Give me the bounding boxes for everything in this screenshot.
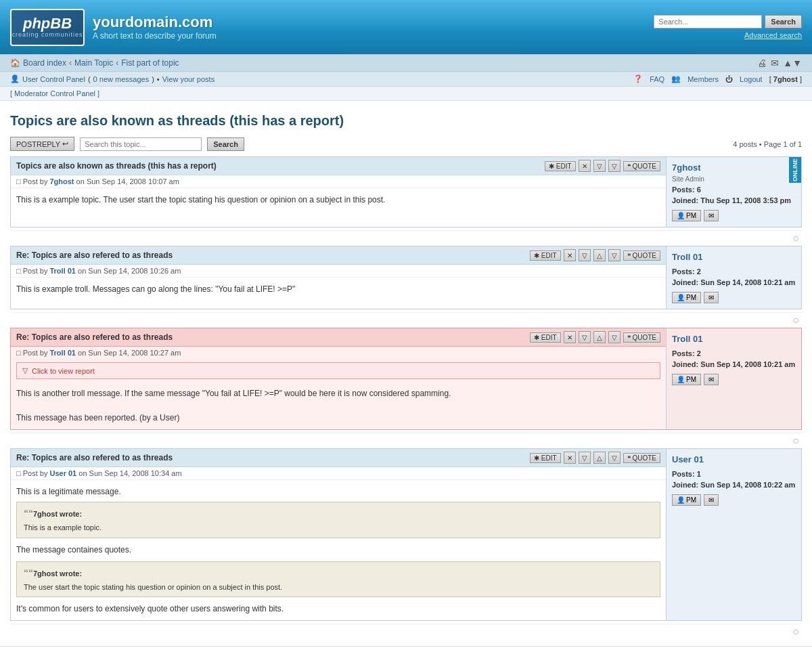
post-4-title: Re: Topics are also refered to as thread… (16, 453, 173, 462)
post-3-flag2-icon[interactable]: ▽ (608, 331, 621, 343)
post-4-quote-btn[interactable]: ❝ QUOTE (623, 453, 660, 463)
post-reply-button-top[interactable]: POSTREPLY ↩ (10, 137, 74, 151)
breadcrumb-main-topic[interactable]: Main Topic (74, 58, 113, 68)
post-1-author-col: ONLINE 7ghost Site Admin Posts: 6 Joined… (666, 157, 801, 227)
breadcrumb: 🏠 Board index ‹ Main Topic ‹ Fist part o… (10, 58, 179, 68)
post-2-quote-btn[interactable]: ❝ QUOTE (623, 251, 660, 261)
post-2-actions: ✱ EDIT ✕ ▽ △ ▽ ❝ QUOTE (530, 249, 660, 261)
action-bar-left: POSTREPLY ↩ Search (10, 137, 244, 151)
scroll-to-top-4[interactable]: ○ (10, 624, 802, 639)
post-4-author-name: User 01 (672, 454, 796, 464)
post-1-title: Topics are also known as threads (this h… (16, 161, 217, 171)
post-4-author-link[interactable]: User 01 (49, 469, 76, 477)
post-2-flag2-icon[interactable]: ▽ (608, 249, 621, 261)
search-topic-button[interactable]: Search (207, 137, 244, 151)
post-4-body: This is a legitimate message. 7ghost wro… (11, 480, 666, 620)
bottom-action-bar: Display posts from previous: All posts S… (0, 646, 812, 650)
post-1-email-btn[interactable]: ✉ (704, 210, 719, 221)
post-2-flag-icon[interactable]: △ (593, 249, 606, 261)
text-size-icon[interactable]: ▲▼ (783, 58, 802, 68)
post-2-down-icon[interactable]: ▽ (579, 249, 591, 261)
user-icon: 👤 (677, 376, 685, 383)
post-1-actions: ✱ EDIT ✕ ▽ ▽ ❝ QUOTE (545, 160, 660, 172)
post-2-email-btn[interactable]: ✉ (704, 292, 719, 303)
email-icon[interactable]: ✉ (771, 58, 779, 68)
post-4-delete-icon[interactable]: ✕ (564, 452, 576, 464)
post-4-down-icon[interactable]: ▽ (579, 452, 591, 464)
post-3-actions: ✱ EDIT ✕ ▽ △ ▽ ❝ QUOTE (530, 331, 660, 343)
breadcrumb-board-index[interactable]: Board index (23, 58, 66, 68)
post-4-pm-btn[interactable]: 👤 PM (672, 494, 701, 506)
post-1-author-role: Site Admin (672, 175, 796, 183)
post-2-author-name: Troll 01 (672, 252, 796, 262)
post-1-flag-icon[interactable]: ▽ (608, 160, 621, 172)
post-4-email-btn[interactable]: ✉ (704, 494, 719, 506)
post-3-author-link[interactable]: Troll 01 (49, 349, 76, 357)
quote-1-text: This is a example topic. (24, 522, 653, 534)
post-1-author-name: 7ghost (672, 162, 796, 173)
post-3-down-icon[interactable]: ▽ (579, 331, 591, 343)
logout-link[interactable]: Logout (740, 75, 763, 83)
members-link[interactable]: Members (687, 75, 719, 83)
header-search-button[interactable]: Search (765, 15, 802, 28)
post-4-author-col: User 01 Posts: 1 Joined: Sun Sep 14, 200… (666, 449, 801, 620)
user-icon: 👤 (677, 496, 685, 504)
username-display: [ 7ghost ] (769, 75, 802, 83)
site-title-area: yourdomain.com A short text to describe … (93, 14, 217, 41)
faq-icon: ❓ (633, 74, 643, 83)
post-1: Topics are also known as threads (this h… (10, 156, 802, 228)
post-3-edit-btn[interactable]: ✱ EDIT (530, 332, 561, 343)
post-3-title: Re: Topics are also refered to as thread… (16, 332, 173, 342)
view-posts-link[interactable]: View your posts (162, 75, 215, 83)
online-badge: ONLINE (789, 157, 801, 183)
post-4-flag-icon[interactable]: △ (593, 452, 606, 464)
user-control-icon: 👤 (10, 74, 20, 83)
print-icon[interactable]: 🖨 (757, 58, 767, 68)
user-control-panel-link[interactable]: User Control Panel (22, 75, 85, 83)
scroll-to-top-3[interactable]: ○ (10, 433, 802, 448)
post-1-main: Topics are also known as threads (this h… (11, 157, 666, 227)
nav-bar: 🏠 Board index ‹ Main Topic ‹ Fist part o… (0, 54, 812, 72)
post-2-main: Re: Topics are also refered to as thread… (11, 246, 666, 309)
post-3: Re: Topics are also refered to as thread… (10, 328, 802, 430)
search-topic-input[interactable] (80, 137, 202, 151)
post-1-down-icon[interactable]: ▽ (593, 160, 606, 172)
post-1-delete-icon[interactable]: ✕ (579, 160, 591, 172)
post-4-flag2-icon[interactable]: ▽ (608, 452, 621, 464)
header-search-input[interactable] (654, 15, 762, 28)
post-2-delete-icon[interactable]: ✕ (564, 249, 576, 261)
post-3-quote-btn[interactable]: ❝ QUOTE (623, 332, 660, 343)
post-1-pm-btn[interactable]: 👤 PM (672, 210, 701, 221)
logo-phpbb-text: phpBB (23, 16, 72, 31)
post-1-author-posts: Posts: 6 (672, 186, 796, 194)
post-1-author-link[interactable]: 7ghost (49, 177, 74, 186)
post-2-author-joined: Joined: Sun Sep 14, 2008 10:21 am (672, 278, 796, 286)
post-2-edit-btn[interactable]: ✱ EDIT (530, 251, 561, 261)
user-bar: 👤 User Control Panel ( 0 new messages ) … (0, 72, 812, 87)
site-desc: A short text to describe your forum (93, 31, 217, 41)
post-2-date: Sun Sep 14, 2008 10:26 am (88, 267, 181, 275)
advanced-search-link[interactable]: Advanced search (744, 31, 802, 39)
quote-2-text: The user start the topic stating his que… (24, 582, 653, 593)
home-icon: 🏠 (10, 58, 20, 68)
mod-panel-link[interactable]: [ Moderator Control Panel ] (10, 89, 99, 98)
post-3-date: Sun Sep 14, 2008 10:27 am (88, 349, 181, 357)
logout-icon: ⏻ (725, 75, 733, 83)
post-3-email-btn[interactable]: ✉ (704, 374, 719, 385)
post-4-edit-btn[interactable]: ✱ EDIT (530, 453, 561, 463)
post-3-pm-btn[interactable]: 👤 PM (672, 374, 701, 385)
faq-link[interactable]: FAQ (650, 75, 664, 83)
post-3-delete-icon[interactable]: ✕ (564, 331, 576, 343)
scroll-to-top-2[interactable]: ○ (10, 312, 802, 328)
scroll-to-top-1[interactable]: ○ (10, 230, 802, 246)
post-1-quote-btn[interactable]: ❝ QUOTE (623, 161, 660, 171)
report-notice[interactable]: ▽ Click to view report (16, 362, 660, 379)
breadcrumb-fist-part[interactable]: Fist part of topic (121, 58, 179, 68)
post-4-date: Sun Sep 14, 2008 10:34 am (89, 469, 182, 477)
post-3-flag-icon[interactable]: △ (593, 331, 606, 343)
post-2-pm-btn[interactable]: 👤 PM (672, 292, 701, 303)
post-4-author-joined: Joined: Sun Sep 14, 2008 10:22 am (672, 481, 796, 489)
post-1-edit-btn[interactable]: ✱ EDIT (545, 161, 576, 171)
new-messages-link[interactable]: 0 new messages (93, 75, 150, 83)
post-2-author-link[interactable]: Troll 01 (49, 267, 76, 275)
